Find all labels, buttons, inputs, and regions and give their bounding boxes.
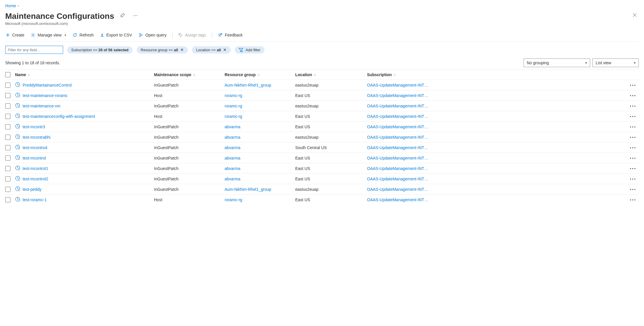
row-more-button[interactable]: ··· <box>627 146 639 149</box>
add-filter-button[interactable]: Add filter <box>235 46 264 54</box>
resource-group-link[interactable]: roramc-rg <box>225 93 242 98</box>
filter-input[interactable] <box>5 46 63 54</box>
col-header-location[interactable]: Location↑↓ <box>295 72 367 77</box>
location-cell: East US <box>295 156 367 160</box>
row-more-button[interactable]: ··· <box>627 157 639 159</box>
row-checkbox[interactable] <box>5 124 10 129</box>
scope-cell: InGuestPatch <box>154 135 225 140</box>
table-row: test-mcontrol1 InGuestPatch abvarma East… <box>5 163 639 173</box>
resource-group-link[interactable]: roramc-rg <box>225 114 242 119</box>
remove-filter-icon[interactable]: ✕ <box>180 48 184 52</box>
subscription-link[interactable]: OAAS-UpdateManagement-INT… <box>367 124 428 129</box>
resource-group-link[interactable]: roramc-rg <box>225 197 242 202</box>
subscription-link[interactable]: OAAS-UpdateManagement-INT… <box>367 187 428 192</box>
row-more-button[interactable]: ··· <box>627 178 639 180</box>
table-row: test-maintenance-roramc Host roramc-rg E… <box>5 90 639 100</box>
resource-name-link[interactable]: test-mcontrol2 <box>23 177 48 181</box>
filter-pill-location[interactable]: Location == all ✕ <box>192 46 231 54</box>
resource-name-link[interactable]: test-mcontrabhi <box>23 135 50 140</box>
resource-group-link[interactable]: abvarma <box>225 177 240 181</box>
svg-point-4 <box>32 34 34 36</box>
sort-icon: ↑↓ <box>314 73 315 76</box>
row-more-button[interactable]: ··· <box>627 136 639 138</box>
row-checkbox[interactable] <box>5 103 10 109</box>
row-checkbox[interactable] <box>5 93 10 98</box>
subscription-link[interactable]: OAAS-UpdateManagement-INT… <box>367 166 428 171</box>
row-more-button[interactable]: ··· <box>627 167 639 170</box>
sort-icon: ↑↓ <box>28 73 29 76</box>
filter-pill-subscription[interactable]: Subscription == 26 of 56 selected <box>67 46 133 54</box>
subscription-link[interactable]: OAAS-UpdateManagement-INT… <box>367 83 428 87</box>
row-checkbox[interactable] <box>5 83 10 88</box>
row-more-button[interactable]: ··· <box>627 105 639 107</box>
row-checkbox[interactable] <box>5 155 10 161</box>
resource-name-link[interactable]: test-peddy <box>23 187 41 192</box>
header-more-button[interactable]: ⋯ <box>131 11 140 20</box>
manage-view-button[interactable]: Manage view ▾ <box>30 32 67 39</box>
row-checkbox[interactable] <box>5 135 10 140</box>
resource-group-link[interactable]: abvarma <box>225 135 240 140</box>
subscription-link[interactable]: OAAS-UpdateManagement-INT… <box>367 104 428 108</box>
export-csv-button[interactable]: Export to CSV <box>100 32 133 39</box>
resource-name-link[interactable]: test-maintenanceconfig-with-assignment <box>23 114 95 119</box>
resource-name-link[interactable]: test-maintenance-roramc <box>23 93 68 98</box>
row-more-button[interactable]: ··· <box>627 126 639 128</box>
maintenance-config-icon <box>15 103 20 109</box>
open-query-button[interactable]: Open query <box>138 32 167 39</box>
row-more-button[interactable]: ··· <box>627 84 639 86</box>
row-more-button[interactable]: ··· <box>627 94 639 97</box>
row-more-button[interactable]: ··· <box>627 188 639 191</box>
breadcrumb-home-link[interactable]: Home <box>5 3 16 8</box>
resource-group-link[interactable]: abvarma <box>225 156 240 160</box>
subscription-link[interactable]: OAAS-UpdateManagement-INT… <box>367 114 428 119</box>
scope-cell: InGuestPatch <box>154 83 225 87</box>
resource-name-link[interactable]: test-mcontr3 <box>23 124 45 129</box>
select-all-checkbox[interactable] <box>5 72 10 77</box>
row-more-button[interactable]: ··· <box>627 199 639 201</box>
resource-group-link[interactable]: abvarma <box>225 145 240 150</box>
row-checkbox[interactable] <box>5 187 10 192</box>
pin-button[interactable] <box>119 11 127 20</box>
refresh-button[interactable]: Refresh <box>72 32 94 39</box>
row-more-button[interactable]: ··· <box>627 115 639 118</box>
subscription-link[interactable]: OAAS-UpdateManagement-INT… <box>367 93 428 98</box>
resource-group-link[interactable]: roramc-rg <box>225 104 242 108</box>
subscription-link[interactable]: OAAS-UpdateManagement-INT… <box>367 145 428 150</box>
location-cell: East US <box>295 197 367 202</box>
feedback-button[interactable]: Feedback <box>217 32 243 39</box>
subscription-link[interactable]: OAAS-UpdateManagement-INT… <box>367 135 428 140</box>
resource-group-link[interactable]: abvarma <box>225 166 240 171</box>
col-header-scope[interactable]: Maintenance scope↑↓ <box>154 72 225 77</box>
query-icon <box>138 33 143 37</box>
subscription-link[interactable]: OAAS-UpdateManagement-INT… <box>367 177 428 181</box>
resource-name-link[interactable]: test-mcontrol <box>23 156 46 160</box>
remove-filter-icon[interactable]: ✕ <box>223 48 227 52</box>
table-row: test-roramc-1 Host roramc-rg East US OAA… <box>5 194 639 205</box>
subscription-link[interactable]: OAAS-UpdateManagement-INT… <box>367 197 428 202</box>
resource-group-link[interactable]: Aum-Nikhim-Rhel1_group <box>225 187 271 192</box>
col-header-subscription[interactable]: Subscription↑↓ <box>367 72 627 77</box>
resource-name-link[interactable]: PreddyMantainanceControl <box>23 83 72 87</box>
col-header-name[interactable]: Name↑↓ <box>15 72 154 77</box>
resource-name-link[interactable]: test-roramc-1 <box>23 197 47 202</box>
filter-pill-resource-group[interactable]: Resource group == all ✕ <box>137 46 188 54</box>
close-button[interactable] <box>631 11 639 20</box>
command-bar: Create Manage view ▾ Refresh Export to C… <box>5 30 639 42</box>
row-checkbox[interactable] <box>5 176 10 182</box>
row-checkbox[interactable] <box>5 145 10 150</box>
subscription-link[interactable]: OAAS-UpdateManagement-INT… <box>367 156 428 160</box>
resource-name-link[interactable]: test-maintenance-vm <box>23 104 60 108</box>
resource-group-link[interactable]: abvarma <box>225 124 240 129</box>
col-header-rg[interactable]: Resource group↑↓ <box>225 72 295 77</box>
table-row: test-mcontr3 InGuestPatch abvarma East U… <box>5 121 639 132</box>
create-button[interactable]: Create <box>5 32 25 39</box>
view-mode-select[interactable]: List view ▾ <box>592 58 639 67</box>
row-checkbox[interactable] <box>5 166 10 171</box>
grouping-select[interactable]: No grouping ▾ <box>524 58 590 67</box>
resource-group-link[interactable]: Aum-Nikhim-Rhel1_group <box>225 83 271 87</box>
row-checkbox[interactable] <box>5 114 10 119</box>
maintenance-config-icon <box>15 144 20 151</box>
row-checkbox[interactable] <box>5 197 10 202</box>
resource-name-link[interactable]: test-mcontrol1 <box>23 166 48 171</box>
resource-name-link[interactable]: test-mcontro4 <box>23 145 47 150</box>
